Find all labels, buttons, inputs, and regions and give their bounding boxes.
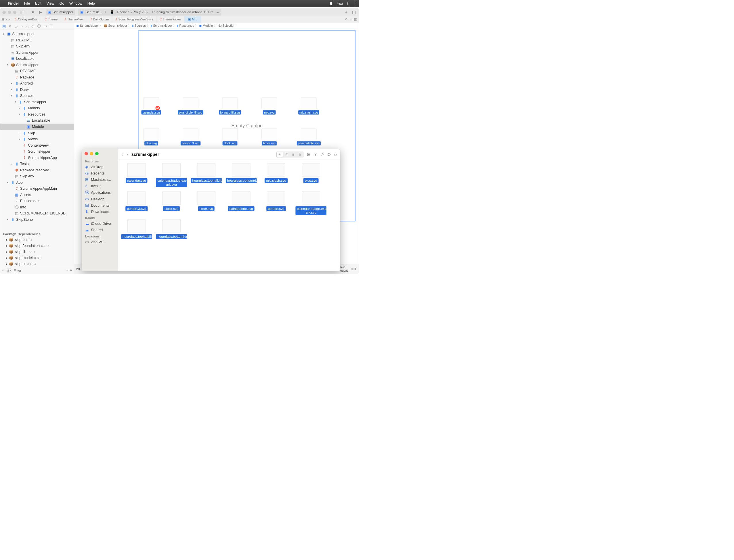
drag-file[interactable]: clock.svg (220, 128, 239, 145)
nav-item-info[interactable]: ⓘInfo (0, 204, 74, 210)
tab-progress[interactable]: ⤴︎ScrumProgressViewStyle (112, 16, 156, 23)
tab-dailyscrum[interactable]: ⤴︎DailyScrum (87, 16, 112, 23)
nav-item-views[interactable]: ▸▮Views (0, 136, 74, 142)
share-icon[interactable]: ⇪ (314, 152, 317, 157)
drag-file[interactable]: mic.slash.svg (299, 97, 318, 115)
scm-icon[interactable]: ▣ (70, 269, 72, 272)
tab-themepicker[interactable]: ⤴︎ThemePicker (157, 16, 185, 23)
drag-file[interactable]: person.3.svg (181, 128, 200, 145)
sidebar-toggle-icon[interactable]: ◫ (19, 9, 24, 15)
library-icon[interactable]: ◫ (351, 9, 356, 15)
nav-item-scrumskipper[interactable]: ∞Scrumskipper (0, 49, 74, 56)
nav-item-scrumdinger_license[interactable]: ▤SCRUMDINGER_LICENSE (0, 210, 74, 216)
tab-avplayer[interactable]: ⤴︎AVPlayer+Ding (11, 16, 42, 23)
sidebar-recents[interactable]: ◷Recents (82, 170, 118, 177)
tag-icon[interactable]: ◇ (31, 24, 34, 28)
nav-item-app[interactable]: ▾▮App (0, 179, 74, 185)
report-icon[interactable]: ☰ (50, 24, 53, 28)
filter-scope-icon[interactable]: ◎▾ (6, 269, 12, 272)
folder-tab-icon[interactable]: ▤ (2, 24, 6, 28)
nav-item-scrumskipper[interactable]: ⤴︎Scrumskipper (0, 148, 74, 155)
file-item[interactable]: hourglass.tophalf.ill.svfilled.svg (192, 163, 220, 187)
drag-file[interactable]: plus.svg (141, 128, 161, 145)
nav-item-android[interactable]: ▸▮Android (0, 80, 74, 87)
menu-go[interactable]: Go (59, 1, 64, 5)
sidebar-awhite[interactable]: ⌂awhite (82, 183, 118, 189)
sidebar-applications[interactable]: ⒶApplications (82, 189, 118, 196)
warning-icon[interactable]: △ (26, 24, 28, 28)
file-item[interactable]: paintpalette.svg (227, 191, 255, 215)
file-item[interactable]: hourglass.bottomrd.fill.svhalf.filled.sv… (227, 163, 255, 187)
menu-window[interactable]: Window (69, 1, 82, 5)
nav-item-contentview[interactable]: ⤴︎ContentView (0, 142, 74, 148)
menubar-app-name[interactable]: Finder (8, 1, 19, 5)
drag-file[interactable]: timer.svg (259, 128, 279, 145)
nav-item-skip-env[interactable]: ▤Skip.env (0, 43, 74, 49)
nav-item-scrumskipper[interactable]: ▾▮Scrumskipper (0, 99, 74, 105)
forward-button[interactable]: › (126, 152, 128, 157)
nav-item-skipstone[interactable]: ▸▮SkipStone (0, 216, 74, 223)
menu-file[interactable]: File (24, 1, 30, 5)
menu-help[interactable]: Help (87, 1, 95, 5)
nav-item-scrumskipper[interactable]: ▾📦Scrumskipper (0, 62, 74, 68)
forward-arrow-icon[interactable]: › (9, 18, 10, 21)
file-item[interactable]: hourglass.tophalf.filled.svg (122, 219, 151, 239)
dep-skip-model[interactable]: ▸📦skip-model 0.8.0 (0, 255, 74, 261)
sidebar-icloud-drive[interactable]: ☁︎iCloud Drive (82, 220, 118, 227)
panel-toggle-icon[interactable]: ▥▥ (350, 267, 356, 271)
add-target-icon[interactable]: ＋ (2, 269, 4, 272)
nav-item-package-resolved[interactable]: ⬢Package.resolved (0, 167, 74, 173)
debug-icon[interactable]: ⦿ (37, 24, 41, 28)
breakpoint-icon[interactable]: ▭ (43, 24, 47, 28)
nav-item-skip-env[interactable]: ▤Skip.env (0, 173, 74, 179)
nav-item-tests[interactable]: ▸▮Tests (0, 161, 74, 167)
more-icon[interactable]: ⋯ (349, 18, 352, 21)
tag-icon[interactable]: ◇ (321, 152, 324, 157)
dep-skip[interactable]: ▸📦skip 0.10.1 (0, 237, 74, 243)
wifi-icon[interactable]: ⦚ (354, 1, 356, 6)
file-item[interactable]: calendar.badge.exclamati…ark.svg (157, 163, 185, 187)
nav-item-readme[interactable]: ▤README (0, 68, 74, 74)
nav-item-entitlements[interactable]: ✓Entitlements (0, 198, 74, 204)
sidebar-location[interactable]: ▭Abe W… (82, 239, 118, 245)
file-item[interactable]: calendar.badge.exclamati…ark.svg (297, 191, 325, 215)
file-item[interactable]: timer.svg (192, 191, 220, 215)
drag-file[interactable]: mic.svg (259, 97, 279, 115)
file-item[interactable]: clock.svg (157, 191, 185, 215)
back-arrow-icon[interactable]: ‹ (6, 18, 7, 21)
nav-item-scrumskipper[interactable]: ▾▣Scrumskipper (0, 31, 74, 37)
plus-icon[interactable]: ＋ (344, 9, 349, 15)
stop-button[interactable]: ■ (30, 9, 35, 15)
nav-item-darwin[interactable]: ▸▮Darwin (0, 87, 74, 93)
status-bar[interactable]: ▣ Scrumsk… 〉 📱 iPhone 15 Pro (17.0) Runn… (78, 9, 221, 16)
drag-file[interactable]: paintpalette.svg (299, 128, 318, 145)
do-not-disturb-icon[interactable]: ☾ (346, 1, 350, 6)
clock-icon[interactable]: ◷ (66, 269, 68, 272)
file-item[interactable]: plus.svg (297, 163, 325, 187)
nav-item-localizable[interactable]: ☰Localizable (0, 117, 74, 124)
tab-theme[interactable]: ⤴︎Theme (42, 16, 61, 23)
dep-skip-foundation[interactable]: ▸📦skip-foundation 0.7.0 (0, 243, 74, 249)
nav-item-models[interactable]: ▸▮Models (0, 105, 74, 111)
grid-view-icon[interactable]: ⊞ (2, 18, 4, 21)
sidebar-macintosh…[interactable]: ⊟Macintosh… (82, 177, 118, 183)
back-button[interactable]: ‹ (122, 152, 123, 157)
battery-icon[interactable]: ⚡︎▭ (336, 1, 342, 6)
bookmark-icon[interactable]: ◡ (15, 24, 18, 28)
file-item[interactable]: hourglass.bottomhalf.filled.svg (157, 219, 185, 239)
flame-icon[interactable]: ⬮ (330, 1, 332, 6)
refresh-icon[interactable]: ⟳ (345, 18, 348, 21)
close-icon[interactable]: ✕ (9, 24, 12, 28)
drag-file[interactable]: 14calendar.svg (141, 97, 161, 115)
nav-item-resources[interactable]: ▾▮Resources (0, 111, 74, 118)
nav-item-skip[interactable]: ▸▮Skip (0, 130, 74, 136)
nav-item-readme[interactable]: ▤README (0, 37, 74, 43)
dep-skip-ui[interactable]: ▸📦skip-ui 0.10.4 (0, 261, 74, 267)
finder-traffic-lights[interactable] (82, 151, 118, 158)
menu-view[interactable]: View (46, 1, 54, 5)
dep-skip-lib[interactable]: ▸📦skip-lib 0.8.1 (0, 249, 74, 255)
run-button[interactable]: ▶ (38, 9, 43, 15)
nav-item-module[interactable]: ▣Module (0, 124, 74, 130)
action-icon[interactable]: ⊙ (327, 152, 331, 157)
nav-item-assets[interactable]: ▦Assets (0, 192, 74, 198)
